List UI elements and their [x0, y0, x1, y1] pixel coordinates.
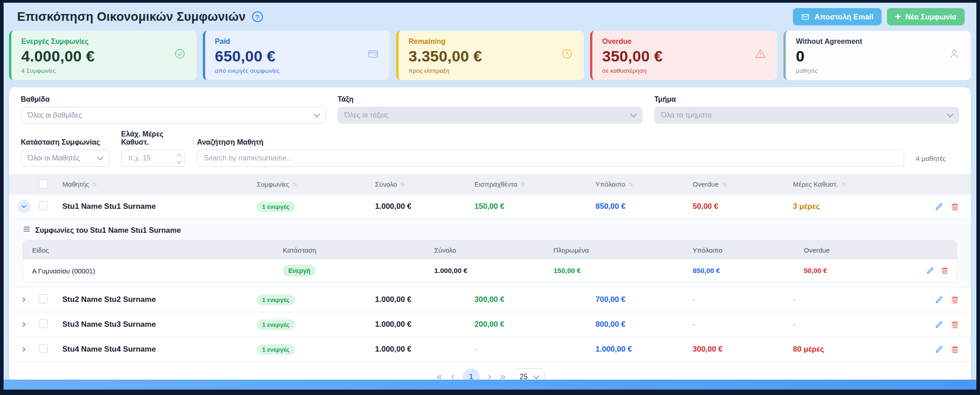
- stat-value: 350,00 €: [602, 47, 768, 65]
- status-select[interactable]: Όλοι οι Μαθητές: [21, 150, 109, 167]
- level-select-value: Όλες οι βαθμίδες: [28, 111, 82, 119]
- col-total[interactable]: Σύνολο↑↓: [371, 180, 471, 188]
- section-select[interactable]: Όλα τα τμήματα: [654, 107, 959, 124]
- chevron-down-icon: [947, 111, 953, 118]
- expand-row-button[interactable]: [17, 293, 31, 306]
- col-student[interactable]: Μαθητής↑↓: [59, 180, 253, 188]
- section-select-value: Όλα τα τμήματα: [661, 111, 712, 119]
- sort-icon[interactable]: ↑↓: [400, 181, 404, 187]
- help-glyph: ?: [255, 13, 259, 21]
- row-checkbox[interactable]: [39, 201, 48, 210]
- table-row: Stu4 Name Stu4 Surname 1 ενεργές 1.000,0…: [9, 337, 971, 362]
- row-checkbox[interactable]: [39, 319, 48, 328]
- stat-sub: μαθητές: [796, 67, 961, 74]
- select-all-checkbox[interactable]: [39, 179, 48, 188]
- plus-icon: +: [895, 12, 901, 22]
- paid-cell: -: [471, 345, 592, 354]
- min-days-input[interactable]: [121, 150, 185, 167]
- sort-icon[interactable]: ↑↓: [722, 181, 726, 187]
- new-agreement-button[interactable]: + Νέα Συμφωνία: [887, 8, 965, 25]
- student-count: 4 μαθητές: [916, 155, 959, 167]
- days-late-cell: -: [789, 295, 924, 304]
- filters: Βαθμίδα Όλες οι βαθμίδες Τάξη Όλες οι τά…: [9, 95, 971, 167]
- chevron-down-icon: [630, 111, 637, 118]
- col-overdue[interactable]: Overdue↑↓: [689, 180, 789, 188]
- grade-select-value: Όλες οι τάξεις: [344, 111, 388, 119]
- col-days-late[interactable]: Μέρες Καθυστ.↑↓: [789, 180, 924, 188]
- number-stepper[interactable]: [177, 155, 181, 163]
- col-remaining[interactable]: Υπόλοιπο↑↓: [592, 180, 689, 188]
- remaining-cell: 850,00 €: [592, 202, 689, 211]
- filter-level-label: Βαθμίδα: [21, 95, 326, 103]
- student-name: Stu2 Name Stu2 Surname: [59, 295, 253, 304]
- collapse-row-button[interactable]: [17, 200, 31, 213]
- student-name: Stu4 Name Stu4 Surname: [59, 345, 253, 354]
- row-checkbox[interactable]: [39, 294, 48, 303]
- overdue-cell: -: [689, 320, 789, 329]
- expand-row-button[interactable]: [17, 343, 31, 356]
- chevron-right-icon: [20, 321, 28, 328]
- sub-overdue-cell: 50,00 €: [804, 267, 919, 275]
- paid-cell: 150,00 €: [471, 202, 592, 211]
- sort-icon[interactable]: ↑↓: [292, 181, 296, 187]
- table-row: Stu3 Name Stu3 Surname 1 ενεργές 1.000,0…: [9, 312, 971, 337]
- filter-search-label: Αναζήτηση Μαθητή: [197, 138, 904, 146]
- delete-icon[interactable]: [951, 320, 959, 329]
- col-agreements[interactable]: Συμφωνίες↑↓: [253, 180, 371, 188]
- agreements-badge: 1 ενεργές: [257, 320, 295, 330]
- search-input[interactable]: [197, 150, 904, 167]
- stepper-down-icon[interactable]: [176, 159, 181, 164]
- edit-icon[interactable]: [935, 345, 943, 354]
- level-select[interactable]: Όλες οι βαθμίδες: [21, 107, 326, 124]
- sort-icon[interactable]: ↑↓: [520, 181, 525, 187]
- chevron-right-icon: [20, 346, 28, 353]
- stat-sub: από ενεργές συμφωνίες: [215, 67, 380, 74]
- filter-section-label: Τμήμα: [654, 95, 959, 103]
- sort-icon[interactable]: ↑↓: [841, 181, 845, 187]
- edit-icon[interactable]: [935, 202, 943, 211]
- stepper-up-icon[interactable]: [176, 154, 181, 159]
- agreements-table: Μαθητής↑↓ Συμφωνίες↑↓ Σύνολο↑↓ Εισπραχθέ…: [9, 174, 971, 362]
- agreements-badge: 1 ενεργές: [257, 295, 295, 305]
- sub-paid-cell: 150,00 €: [553, 267, 693, 275]
- chevron-down-icon: [314, 111, 320, 118]
- stat-label: Paid: [215, 38, 380, 46]
- paid-cell: 200,00 €: [471, 320, 592, 329]
- delete-icon[interactable]: [951, 345, 959, 354]
- total-cell: 1.000,00 €: [371, 345, 471, 354]
- chevron-right-icon: [20, 296, 28, 303]
- filter-status-label: Κατάσταση Συμφωνίας: [21, 138, 109, 146]
- edit-icon[interactable]: [935, 296, 943, 304]
- stat-card-active-agreements: Ενεργές Συμφωνίες 4.000,00 € 4 Συμφωνίες: [9, 31, 197, 80]
- edit-icon[interactable]: [935, 320, 943, 329]
- edit-icon[interactable]: [926, 267, 934, 275]
- send-email-button[interactable]: Αποστολή Email: [793, 8, 881, 25]
- sub-table-row: Α Γυμνασίου (00001) Ενεργή 1.000,00 € 15…: [23, 259, 957, 282]
- app-window: Επισκόπηση Οικονομικών Συμφωνιών ? Αποστ…: [0, 0, 980, 395]
- stat-card-paid: Paid 650,00 € από ενεργές συμφωνίες: [203, 31, 390, 80]
- alert-triangle-icon: [755, 48, 766, 61]
- stat-sub: 4 Συμφωνίες: [21, 67, 187, 74]
- filter-grade: Τάξη Όλες οι τάξεις: [338, 95, 642, 124]
- delete-icon[interactable]: [951, 296, 959, 304]
- delete-icon[interactable]: [951, 202, 959, 211]
- row-checkbox[interactable]: [39, 344, 48, 353]
- filter-grade-label: Τάξη: [338, 95, 642, 103]
- stat-value: 0: [796, 47, 961, 65]
- expand-row-button[interactable]: [17, 318, 31, 331]
- col-paid[interactable]: Εισπραχθέντα↑↓: [471, 180, 592, 188]
- stat-label: Overdue: [602, 38, 768, 46]
- remaining-cell: 1.000,00 €: [592, 345, 689, 354]
- total-cell: 1.000,00 €: [371, 295, 471, 304]
- grade-select[interactable]: Όλες οι τάξεις: [338, 107, 642, 124]
- user-icon: [948, 48, 960, 61]
- days-late-cell: 3 μέρες: [789, 202, 924, 211]
- overdue-cell: -: [689, 295, 789, 304]
- sort-icon[interactable]: ↑↓: [92, 181, 96, 187]
- delete-icon[interactable]: [941, 267, 949, 275]
- filter-min-days: Ελάχ. Μέρες Καθυστ.: [121, 130, 185, 167]
- help-icon[interactable]: ?: [252, 11, 263, 22]
- stat-card-without-agreement: Without Agreement 0 μαθητές: [783, 31, 971, 80]
- sort-icon[interactable]: ↑↓: [628, 181, 633, 187]
- stat-label: Remaining: [408, 38, 574, 46]
